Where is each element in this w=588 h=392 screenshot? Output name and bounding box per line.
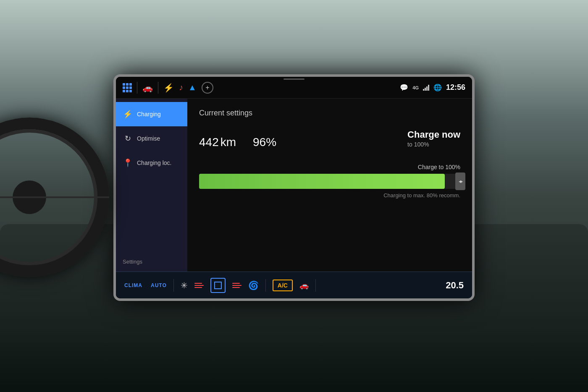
maps-nav-icon[interactable]: ▲: [188, 83, 197, 92]
stats-row: 442km 96% Charge now to 100%: [199, 126, 460, 151]
charge-now-box[interactable]: Charge now to 100%: [407, 129, 460, 148]
sidebar-item-charging[interactable]: ⚡ Charging: [116, 102, 187, 126]
climate-divider-3: [315, 279, 316, 292]
sidebar-charging-label: Charging: [137, 111, 161, 118]
temperature-display: 20.5: [446, 280, 464, 291]
nav-icons-group: 🚗 ⚡ ♪ ▲ +: [123, 82, 400, 94]
nav-divider-1: [137, 82, 137, 94]
charge-now-title: Charge now: [407, 129, 460, 140]
clock-display: 12:56: [446, 83, 465, 92]
message-icon: 💬: [400, 84, 408, 91]
car-icon[interactable]: 🚗: [142, 83, 153, 93]
main-content-area: ⚡ Charging ↻ Optimise 📍 Charging loc. Se…: [116, 99, 472, 272]
section-title: Current settings: [199, 109, 460, 118]
sidebar: ⚡ Charging ↻ Optimise 📍 Charging loc. Se…: [116, 99, 187, 272]
ev-charging-nav-icon[interactable]: ⚡: [163, 83, 174, 93]
percent-symbol: %: [266, 136, 276, 149]
climate-bar: CLIMA AUTO ✳ 🌀 A/C 🚗 2: [116, 272, 472, 298]
charging-icon: ⚡: [123, 110, 133, 119]
temperature-value: 20.5: [446, 280, 464, 291]
infotainment-screen: 🚗 ⚡ ♪ ▲ + 💬 4G 🌐 12:56: [113, 74, 475, 301]
grid-menu-icon[interactable]: [123, 83, 132, 92]
range-value: 442km: [199, 126, 236, 151]
fan-low-icon[interactable]: ✳: [181, 280, 188, 290]
clima-label: CLIMA: [124, 282, 142, 288]
heat-left-icon[interactable]: [194, 283, 204, 288]
battery-value: 96%: [253, 126, 276, 151]
battery-number: 96: [253, 136, 266, 149]
charging-content: Current settings 442km 96% Charge: [187, 99, 472, 272]
charge-bar-section: Charge to 100% Charging to max. 80% reco…: [199, 164, 460, 199]
screen-handle: [284, 78, 304, 80]
fan-high-icon[interactable]: 🌀: [248, 280, 259, 290]
settings-text: Settings: [123, 259, 142, 265]
sidebar-item-optimise[interactable]: ↻ Optimise: [116, 126, 187, 151]
charge-bar-track: [199, 174, 460, 189]
sidebar-settings-label[interactable]: Settings: [116, 252, 187, 272]
climate-divider-1: [173, 279, 174, 292]
range-display: 442km: [199, 126, 236, 151]
add-app-icon[interactable]: +: [202, 82, 213, 94]
sidebar-chargingloc-label: Charging loc.: [137, 159, 172, 166]
charge-bar-handle[interactable]: [455, 172, 465, 190]
climate-divider-2: [265, 279, 266, 292]
car-rear-icon: 🚗: [299, 281, 309, 290]
optimise-icon: ↻: [123, 134, 133, 143]
status-bar: 💬 4G 🌐 12:56: [400, 83, 465, 92]
top-navigation-bar: 🚗 ⚡ ♪ ▲ + 💬 4G 🌐 12:56: [116, 77, 472, 99]
range-unit-label: km: [220, 136, 236, 149]
range-number: 442: [199, 136, 219, 149]
wifi-icon: 🌐: [433, 84, 442, 91]
auto-label: AUTO: [151, 282, 167, 288]
battery-display: 96%: [253, 126, 276, 151]
nav-divider-2: [158, 82, 158, 94]
ac-button[interactable]: A/C: [273, 280, 293, 291]
network-type-label: 4G: [412, 85, 419, 90]
airflow-center-icon[interactable]: [210, 278, 226, 293]
location-icon: 📍: [123, 158, 133, 167]
music-icon[interactable]: ♪: [179, 83, 183, 92]
charge-bar-fill: [199, 174, 445, 189]
charge-recommend-label: Charging to max. 80% recomm.: [199, 192, 460, 199]
heat-right-icon[interactable]: [232, 283, 242, 288]
charge-target-label: Charge to 100%: [199, 164, 460, 170]
charge-now-subtitle: to 100%: [407, 141, 460, 148]
sidebar-optimise-label: Optimise: [137, 135, 160, 142]
sidebar-item-charging-loc[interactable]: 📍 Charging loc.: [116, 151, 187, 175]
charge-bar-container: [199, 174, 460, 189]
signal-strength-icon: [423, 85, 429, 91]
